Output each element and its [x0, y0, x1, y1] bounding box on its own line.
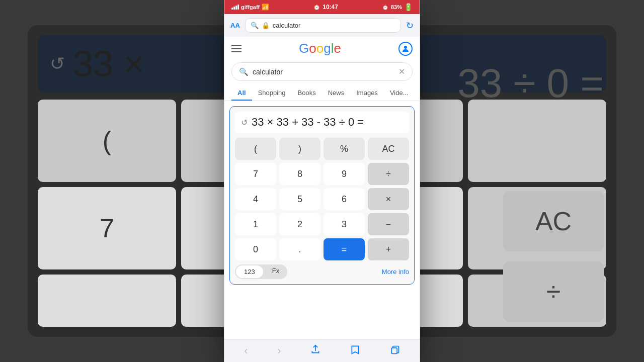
calc-btn-divide[interactable]: ÷ — [368, 163, 409, 185]
mode-123[interactable]: 123 — [236, 265, 263, 278]
calc-btn-1[interactable]: 1 — [235, 213, 276, 235]
calc-btn-7[interactable]: 7 — [235, 163, 276, 185]
calc-btn-9[interactable]: 9 — [324, 163, 365, 185]
calc-history-icon[interactable]: ↺ — [241, 118, 248, 127]
status-bar: giffgaff 📶 ⏰ 10:47 ⏰ 83% 🔋 — [224, 0, 420, 14]
signal-bar-3 — [235, 6, 237, 10]
address-bar[interactable]: 🔍 🔒 calculator — [245, 18, 401, 33]
calc-btn-8[interactable]: 8 — [279, 163, 320, 185]
logo-g2: g — [324, 41, 331, 56]
svg-rect-1 — [391, 347, 397, 353]
phone-frame: giffgaff 📶 ⏰ 10:47 ⏰ 83% 🔋 AA 🔍 🔒 calcul… — [224, 0, 420, 362]
tab-shopping[interactable]: Shopping — [252, 85, 292, 101]
logo-e: e — [334, 41, 341, 56]
mode-group: 123 Fx — [235, 264, 287, 279]
menu-line-1 — [231, 45, 242, 46]
more-info-link[interactable]: More info — [382, 268, 409, 276]
calc-btn-ac[interactable]: AC — [368, 138, 409, 160]
calc-buttons-grid: ( ) % AC 7 8 9 ÷ 4 5 6 × 1 2 3 − 0 . = + — [235, 138, 409, 260]
tab-images[interactable]: Images — [350, 85, 384, 101]
google-header: Google — [224, 37, 420, 60]
browser-chrome: AA 🔍 🔒 calculator ↻ — [224, 14, 420, 37]
calc-btn-6[interactable]: 6 — [324, 188, 365, 210]
calc-btn-4[interactable]: 4 — [235, 188, 276, 210]
calc-btn-minus[interactable]: − — [368, 213, 409, 235]
share-button[interactable] — [310, 344, 320, 357]
search-input-box[interactable]: 🔍 calculator ✕ — [231, 62, 413, 81]
forward-button[interactable]: › — [277, 344, 281, 357]
signal-bar-2 — [233, 7, 235, 10]
signal-bars-icon — [231, 5, 239, 10]
user-avatar[interactable] — [398, 42, 413, 56]
browser-bottom-nav: ‹ › — [224, 339, 420, 362]
signal-bar-4 — [237, 5, 239, 10]
calculator-widget: ↺ 33 × 33 + 33 - 33 ÷ 0 = ( ) % AC 7 8 9… — [229, 106, 415, 285]
logo-o1: o — [309, 41, 316, 56]
back-button[interactable]: ‹ — [244, 344, 248, 357]
logo-g: G — [299, 41, 309, 56]
calc-btn-close-paren[interactable]: ) — [279, 138, 320, 160]
tab-all[interactable]: All — [231, 85, 252, 101]
bg-right-expression: 33 ÷ 0 = — [457, 60, 604, 107]
carrier-name: giffgaff — [241, 4, 260, 10]
calc-bottom-row: 123 Fx More info — [235, 264, 409, 279]
search-query[interactable]: calculator — [253, 68, 394, 76]
svg-point-0 — [404, 46, 407, 49]
time-display: 10:47 — [323, 4, 338, 11]
bg-history-icon: ↺ — [50, 53, 65, 74]
bg-expression-left: 33 × — [73, 43, 144, 84]
battery-icon: 🔋 — [404, 3, 413, 11]
calc-btn-dot[interactable]: . — [279, 238, 320, 260]
bg-ac-btn: AC — [503, 191, 604, 251]
share-icon — [310, 344, 320, 354]
tabs-button[interactable] — [390, 345, 400, 357]
bg-btn-empty7 — [38, 275, 176, 327]
bg-btn-paren: ( — [38, 100, 176, 182]
logo-o2: o — [316, 41, 324, 56]
menu-button[interactable] — [231, 45, 242, 52]
calc-expression: 33 × 33 + 33 - 33 ÷ 0 = — [252, 116, 364, 129]
search-mag-icon: 🔍 — [239, 67, 249, 76]
status-left: giffgaff 📶 — [231, 4, 269, 11]
alarm-icon: ⏰ — [313, 4, 320, 11]
tab-books[interactable]: Books — [292, 85, 322, 101]
signal-bar-1 — [231, 8, 233, 10]
calc-btn-5[interactable]: 5 — [279, 188, 320, 210]
battery-alarm-icon: ⏰ — [382, 4, 389, 11]
avatar-icon — [401, 44, 410, 53]
mode-fx[interactable]: Fx — [264, 264, 287, 279]
aa-button[interactable]: AA — [230, 22, 240, 29]
calc-btn-open-paren[interactable]: ( — [235, 138, 276, 160]
calc-btn-equals[interactable]: = — [324, 238, 365, 260]
menu-line-3 — [231, 51, 242, 52]
calc-btn-percent[interactable]: % — [324, 138, 365, 160]
battery-percent: 83% — [391, 4, 402, 10]
bg-btn-7: 7 — [38, 187, 176, 269]
status-center: ⏰ 10:47 — [313, 4, 338, 11]
clear-button[interactable]: ✕ — [398, 67, 405, 76]
calc-btn-2[interactable]: 2 — [279, 213, 320, 235]
calc-display: ↺ 33 × 33 + 33 - 33 ÷ 0 = — [235, 112, 409, 133]
bg-btn-empty3 — [468, 100, 606, 182]
search-tabs: All Shopping Books News Images Vide... — [224, 85, 420, 101]
tabs-icon — [390, 345, 400, 355]
bookmarks-icon — [350, 344, 360, 354]
calc-btn-plus[interactable]: + — [368, 238, 409, 260]
search-icon: 🔍 — [251, 22, 259, 29]
status-right: ⏰ 83% 🔋 — [382, 3, 413, 11]
calc-btn-3[interactable]: 3 — [324, 213, 365, 235]
calc-btn-multiply[interactable]: × — [368, 188, 409, 210]
search-bar: 🔍 calculator ✕ — [224, 60, 420, 85]
wifi-icon: 📶 — [262, 4, 269, 11]
lock-icon: 🔒 — [262, 22, 270, 29]
reload-button[interactable]: ↻ — [406, 20, 414, 31]
tab-videos[interactable]: Vide... — [384, 85, 415, 101]
menu-line-2 — [231, 48, 242, 49]
address-text[interactable]: calculator — [273, 22, 301, 29]
calc-btn-0[interactable]: 0 — [235, 238, 276, 260]
tab-news[interactable]: News — [322, 85, 351, 101]
bg-div-btn: ÷ — [503, 261, 604, 322]
bookmarks-button[interactable] — [350, 344, 360, 357]
google-logo: Google — [299, 41, 341, 56]
